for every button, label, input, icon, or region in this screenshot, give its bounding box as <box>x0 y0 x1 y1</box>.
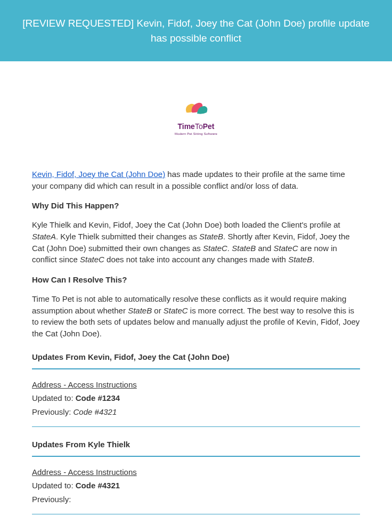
resolve-paragraph: Time To Pet is not able to automatically… <box>32 293 360 340</box>
heading-resolve: How Can I Resolve This? <box>32 274 360 286</box>
updated-to-line: Updated to: Code #4321 <box>32 480 360 491</box>
logo-text: TimeToPet <box>32 121 360 132</box>
divider <box>32 456 360 457</box>
field-label: Address - Access Instructions <box>32 466 360 478</box>
divider <box>32 368 360 369</box>
intro-paragraph: Kevin, Fidof, Joey the Cat (John Doe) ha… <box>32 168 360 192</box>
client-profile-link[interactable]: Kevin, Fidof, Joey the Cat (John Doe) <box>32 170 165 179</box>
divider-thin <box>32 514 360 514</box>
divider-thin <box>32 426 360 427</box>
updates-staff-title: Updates From Kyle Thielk <box>32 439 360 450</box>
heading-why: Why Did This Happen? <box>32 200 360 212</box>
previously-line: Previously: <box>32 494 360 505</box>
logo-tagline: Modern Pet Sitting Software <box>32 132 360 136</box>
logo-icon <box>182 99 210 120</box>
email-header: [REVIEW REQUESTED] Kevin, Fidof, Joey th… <box>0 0 392 61</box>
previously-line: Previously: Code #4321 <box>32 406 360 418</box>
email-body: TimeToPet Modern Pet Sitting Software Ke… <box>5 67 387 532</box>
explain-paragraph: Kyle Thielk and Kevin, Fidof, Joey the C… <box>32 219 360 265</box>
email-subject: [REVIEW REQUESTED] Kevin, Fidof, Joey th… <box>22 18 370 44</box>
updated-to-line: Updated to: Code #1234 <box>32 392 360 404</box>
logo-block: TimeToPet Modern Pet Sitting Software <box>32 99 360 136</box>
updates-client-title: Updates From Kevin, Fidof, Joey the Cat … <box>32 351 360 363</box>
svg-point-0 <box>204 107 206 109</box>
field-label: Address - Access Instructions <box>32 379 360 391</box>
